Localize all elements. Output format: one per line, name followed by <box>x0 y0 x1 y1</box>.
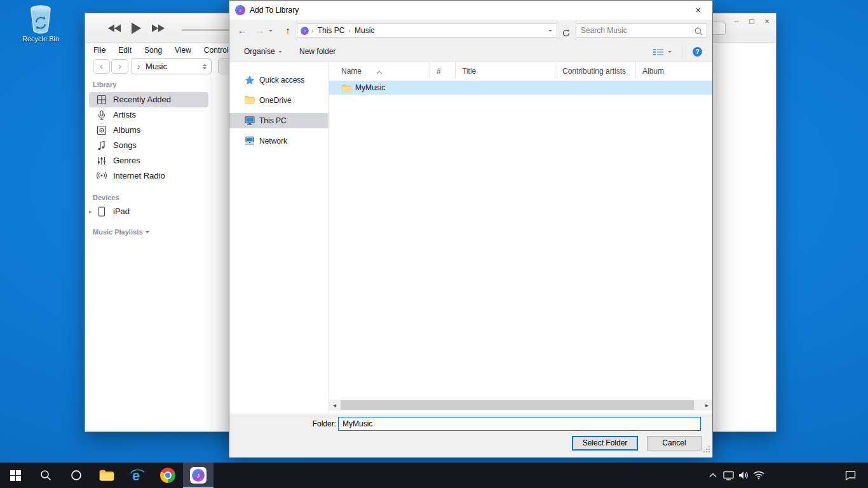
recycle-bin[interactable]: Recycle Bin <box>17 4 65 43</box>
scrollbar-thumb[interactable] <box>341 400 694 410</box>
nav-item-quick-access[interactable]: Quick access <box>229 72 329 88</box>
nav-item-onedrive[interactable]: OneDrive <box>229 93 329 108</box>
sidebar-item-recently-added[interactable]: Recently Added <box>89 92 208 107</box>
new-folder-button[interactable]: New folder <box>299 41 336 62</box>
column-header-title[interactable]: Title <box>456 62 557 78</box>
fast-forward-icon <box>151 24 165 32</box>
dialog-body: Quick access OneDrive This PC <box>229 62 712 414</box>
search-input[interactable] <box>581 25 690 36</box>
breadcrumb-separator: › <box>346 27 353 34</box>
rewind-icon <box>108 24 121 32</box>
chevron-down-icon <box>278 51 282 53</box>
breadcrumb-this-pc[interactable]: This PC <box>316 26 346 35</box>
internet-explorer-button[interactable]: e <box>122 463 153 488</box>
network-button[interactable] <box>751 463 766 488</box>
column-header-name[interactable]: Name <box>329 62 430 78</box>
grid-icon <box>97 95 107 105</box>
cancel-button[interactable]: Cancel <box>647 436 702 451</box>
file-explorer-button[interactable] <box>92 463 122 488</box>
nav-item-this-pc[interactable]: This PC <box>229 113 329 128</box>
dialog-nav-row: ← → ↑ ♪ › This PC › Music <box>229 20 712 41</box>
chevron-up-icon <box>709 473 717 478</box>
taskbar-search-button[interactable] <box>31 463 61 488</box>
breadcrumb-music[interactable]: Music <box>353 26 376 35</box>
itunes-minimize-button[interactable]: – <box>729 15 744 28</box>
menu-song[interactable]: Song <box>138 46 168 55</box>
search-icon <box>40 470 51 481</box>
add-to-library-dialog: ♪ Add To Library × ← → ↑ ♪ › This PC › M… <box>229 0 713 457</box>
address-bar[interactable]: ♪ › This PC › Music <box>297 24 557 37</box>
genres-icon <box>97 156 107 166</box>
column-headers: Name # Title Contributing artists <box>329 62 712 78</box>
music-note-icon: ♪ <box>137 62 140 71</box>
show-hidden-icons-button[interactable] <box>705 463 721 488</box>
sidebar-item-internet-radio[interactable]: Internet Radio <box>85 168 212 184</box>
volume-slider[interactable] <box>182 29 234 31</box>
details-view-icon <box>653 48 664 57</box>
sidebar-item-ipad[interactable]: ▸ iPad <box>85 204 212 219</box>
back-button[interactable]: ← <box>234 20 250 41</box>
change-view-button[interactable] <box>653 48 664 59</box>
itunes-back-button[interactable]: ‹ <box>93 59 110 74</box>
rewind-button[interactable] <box>108 24 121 32</box>
scroll-left-button[interactable]: ◂ <box>329 400 340 410</box>
star-icon <box>245 75 255 86</box>
sidebar-item-genres[interactable]: Genres <box>85 153 212 168</box>
action-center-button[interactable] <box>839 463 862 488</box>
select-folder-button[interactable]: Select Folder <box>572 436 638 451</box>
up-button[interactable]: ↑ <box>280 20 295 41</box>
scrollbar-track[interactable] <box>340 400 702 410</box>
location-icon: ♪ <box>301 27 309 35</box>
folder-label: Folder: <box>309 417 336 431</box>
tray-display-button[interactable] <box>721 463 736 488</box>
itunes-maximize-button[interactable]: □ <box>744 15 759 28</box>
media-type-dropdown[interactable]: ♪ Music <box>131 58 212 74</box>
cortana-button[interactable] <box>61 463 92 488</box>
expand-chevron-icon[interactable]: ▸ <box>89 204 92 219</box>
dialog-titlebar[interactable]: ♪ Add To Library × <box>229 1 712 20</box>
help-button[interactable]: ? <box>693 47 702 57</box>
menu-file[interactable]: File <box>87 46 112 55</box>
recycle-bin-label: Recycle Bin <box>17 35 65 43</box>
itunes-close-button[interactable]: × <box>759 15 775 28</box>
organise-button[interactable]: Organise <box>244 41 282 62</box>
fast-forward-button[interactable] <box>151 24 165 32</box>
menu-view[interactable]: View <box>168 46 198 55</box>
sidebar-item-albums[interactable]: Albums <box>85 123 212 138</box>
sidebar-item-artists[interactable]: Artists <box>85 107 212 123</box>
resize-grip[interactable] <box>703 444 710 456</box>
microphone-icon <box>97 110 107 120</box>
itunes-forward-button[interactable]: › <box>111 59 128 74</box>
dropdown-stepper-icon <box>203 64 207 69</box>
recent-locations-dropdown-icon[interactable] <box>269 30 273 32</box>
chrome-button[interactable] <box>153 463 183 488</box>
chevron-down-icon <box>146 231 149 233</box>
itunes-taskbar-button[interactable]: ♪ <box>183 463 214 488</box>
play-button[interactable] <box>131 22 142 34</box>
sidebar-item-songs[interactable]: Songs <box>85 138 212 153</box>
column-header-album[interactable]: Album <box>636 62 712 78</box>
refresh-button[interactable] <box>560 26 573 40</box>
volume-button[interactable] <box>736 463 751 488</box>
dialog-close-button[interactable]: × <box>684 1 712 20</box>
menu-edit[interactable]: Edit <box>112 46 138 55</box>
nav-item-network[interactable]: Network <box>229 133 329 149</box>
ipad-icon <box>97 207 107 217</box>
horizontal-scrollbar[interactable]: ◂ ▸ <box>329 400 712 410</box>
search-icon[interactable] <box>695 27 703 38</box>
column-header-number[interactable]: # <box>430 62 456 78</box>
column-header-contributing-artists[interactable]: Contributing artists <box>557 62 636 78</box>
wifi-icon <box>753 471 764 480</box>
sort-ascending-icon <box>376 63 383 78</box>
media-type-value: Music <box>146 62 167 71</box>
start-button[interactable] <box>0 463 31 488</box>
music-playlists-header[interactable]: Music Playlists <box>93 228 149 236</box>
file-row[interactable]: MyMusic <box>329 81 712 95</box>
scroll-right-button[interactable]: ▸ <box>702 400 712 410</box>
file-name: MyMusic <box>355 81 385 95</box>
folder-name-input[interactable] <box>338 417 701 431</box>
system-tray <box>705 463 766 488</box>
view-dropdown-icon[interactable] <box>668 51 672 53</box>
address-dropdown-icon[interactable] <box>548 30 552 32</box>
forward-button[interactable]: → <box>252 20 268 41</box>
